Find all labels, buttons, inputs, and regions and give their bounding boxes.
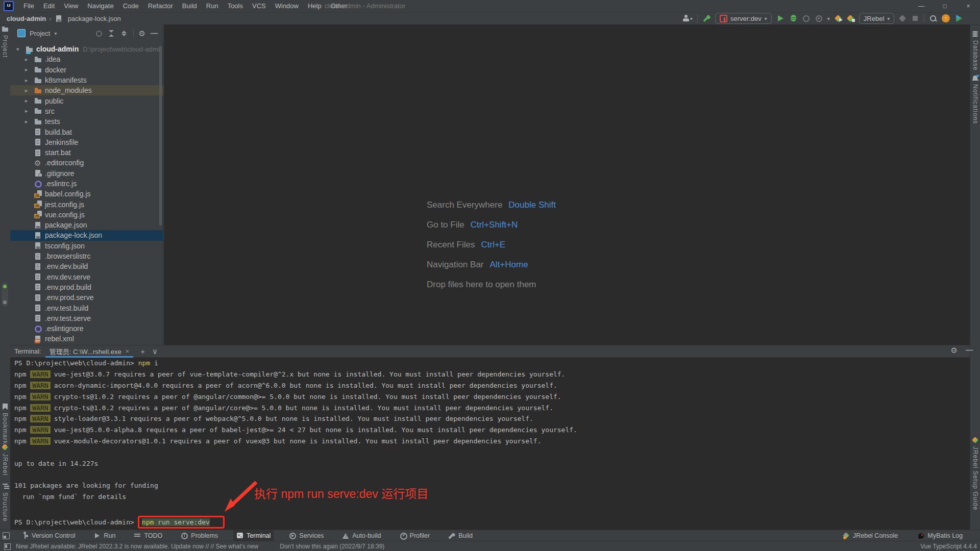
tree-row[interactable]: .env.prod.serve <box>10 292 163 303</box>
tree-chevron-icon[interactable]: ▸ <box>25 77 34 84</box>
tree-row[interactable]: ▸ public <box>10 95 163 106</box>
update-available-icon[interactable]: ↑ <box>942 14 950 22</box>
sidebar-item-notifications[interactable]: Notifications <box>970 74 980 124</box>
menu-item[interactable]: Help <box>303 0 326 12</box>
menu-item[interactable]: Tools <box>223 0 248 12</box>
tree-row[interactable]: build.bat <box>10 127 163 137</box>
tree-row[interactable]: ▸ docker <box>10 65 163 75</box>
tool-window-button[interactable]: MyBatis Log <box>914 530 966 541</box>
ide-features-trainer-icon[interactable] <box>954 14 963 22</box>
sidebar-item-bookmarks[interactable]: Bookmarks <box>0 403 10 448</box>
menu-item[interactable]: View <box>59 0 83 12</box>
coverage-button[interactable] <box>802 14 810 22</box>
expand-all-icon[interactable] <box>108 30 115 37</box>
stop-button[interactable] <box>911 14 919 22</box>
tree-row[interactable]: .env.test.build <box>10 303 163 313</box>
status-message-area[interactable]: New JRebel available: JRebel 2022.3.2 is… <box>4 541 384 551</box>
tree-row[interactable]: .env.dev.build <box>10 261 163 271</box>
tree-chevron-icon[interactable]: ▾ <box>16 46 25 53</box>
tree-row[interactable]: package.json <box>10 220 163 230</box>
tree-row[interactable]: ▸ node_modules <box>10 85 163 95</box>
tree-row[interactable]: .env.prod.build <box>10 282 163 292</box>
tree-chevron-icon[interactable]: ▸ <box>25 97 34 104</box>
tree-row[interactable]: ▾ cloud-admin D:\project\web\cloud-admi <box>10 44 163 54</box>
project-tree-scrollbar[interactable] <box>159 46 162 226</box>
tree-row[interactable]: package-lock.json <box>10 230 163 240</box>
collapse-all-icon[interactable] <box>120 30 128 37</box>
menu-item[interactable]: VCS <box>248 0 271 12</box>
tree-row[interactable]: .gitignore <box>10 168 163 179</box>
menu-item[interactable]: Build <box>178 0 202 12</box>
jrebel-configuration-select[interactable]: JRebel ▾ <box>859 13 895 24</box>
run-configuration-select[interactable]: server:dev ▾ <box>715 13 772 24</box>
menu-item[interactable]: File <box>19 0 39 12</box>
tree-row[interactable]: .eslintignore <box>10 323 163 334</box>
menu-item[interactable]: Edit <box>39 0 59 12</box>
more-run-options-icon[interactable]: ▾ <box>827 16 830 21</box>
project-panel-title[interactable]: Project <box>30 30 50 37</box>
chevron-down-icon[interactable]: ▾ <box>54 31 57 36</box>
tool-window-button[interactable]: Run <box>90 530 118 541</box>
new-terminal-session-icon[interactable]: + <box>140 347 145 356</box>
tool-window-switcher-icon[interactable] <box>3 532 10 539</box>
menu-item[interactable]: Run <box>202 0 223 12</box>
debug-button[interactable] <box>789 14 797 22</box>
tree-chevron-icon[interactable]: ▸ <box>25 118 34 125</box>
jrebel-debug-button[interactable] <box>847 15 854 22</box>
search-everywhere-icon[interactable] <box>929 14 937 22</box>
breadcrumb-project[interactable]: cloud-admin <box>7 15 46 22</box>
sidebar-item-jrebel[interactable]: JRebel <box>0 444 10 475</box>
tool-window-button[interactable]: Problems <box>178 530 221 541</box>
gear-icon[interactable]: ⚙ <box>951 346 958 354</box>
tree-row[interactable]: rebel.xml <box>10 334 163 344</box>
tree-row[interactable]: .env.test.serve <box>10 313 163 323</box>
tree-row[interactable]: ▸ k8smanifests <box>10 75 163 85</box>
terminal-output[interactable]: PS D:\project\web\cloud-admin> npm i npm… <box>14 358 970 530</box>
menu-item[interactable]: Refactor <box>143 0 178 12</box>
jrebel-mini-toolbar[interactable] <box>2 282 8 307</box>
run-button[interactable] <box>776 14 785 22</box>
status-dismiss-link[interactable]: Don't show this again (2022/9/7 18:39) <box>280 543 384 550</box>
tree-row[interactable]: ▸ tests <box>10 116 163 127</box>
tree-row[interactable]: babel.config.js <box>10 189 163 199</box>
tree-chevron-icon[interactable]: ▸ <box>25 87 34 94</box>
tree-row[interactable]: .eslintrc.js <box>10 179 163 189</box>
typescript-status-widget[interactable]: Vue TypeScript 4.4.4 <box>920 541 977 551</box>
user-menu[interactable]: ▾ <box>682 14 693 22</box>
tool-window-button[interactable]: Version Control <box>18 530 78 541</box>
menu-item[interactable]: Navigate <box>83 0 118 12</box>
tool-window-button[interactable]: Auto-build <box>339 530 384 541</box>
breadcrumb-file[interactable]: package-lock.json <box>68 15 121 22</box>
sidebar-item-jrebel-setup-guide[interactable]: JRebel Setup Guide <box>970 437 980 510</box>
tree-row[interactable]: .browserslistrc <box>10 251 163 261</box>
terminal-tab[interactable]: 管理员: C:\W...rshell.exe × <box>45 345 133 358</box>
jrebel-disabled-button[interactable] <box>899 15 906 22</box>
gear-icon[interactable]: ⚙ <box>139 30 145 37</box>
menu-item[interactable]: Code <box>118 0 143 12</box>
tree-row[interactable]: Jenkinsfile <box>10 137 163 147</box>
tree-row[interactable]: ▸ src <box>10 106 163 116</box>
build-project-button[interactable] <box>702 14 710 22</box>
tree-row[interactable]: jest.config.js <box>10 199 163 209</box>
close-button[interactable]: × <box>957 0 980 12</box>
tool-window-button[interactable]: JRebel Console <box>840 530 901 541</box>
tool-window-button[interactable]: Profiler <box>397 530 433 541</box>
status-message[interactable]: New JRebel available: JRebel 2022.3.2 is… <box>16 543 258 550</box>
tree-row[interactable]: .editorconfig <box>10 158 163 168</box>
maximize-button[interactable]: □ <box>933 0 957 12</box>
close-tab-icon[interactable]: × <box>126 347 130 355</box>
tree-chevron-icon[interactable]: ▸ <box>25 108 34 114</box>
tree-chevron-icon[interactable]: ▸ <box>25 66 34 73</box>
menu-item[interactable]: Window <box>271 0 303 12</box>
tool-window-button[interactable]: Terminal <box>233 530 274 541</box>
tree-chevron-icon[interactable]: ▸ <box>25 56 34 63</box>
tree-row[interactable]: ▸ .idea <box>10 54 163 64</box>
sidebar-item-project[interactable]: Project <box>0 26 10 58</box>
sidebar-item-structure[interactable]: Structure <box>0 483 10 522</box>
hide-panel-icon[interactable]: — <box>151 30 158 37</box>
profile-button[interactable] <box>815 14 823 22</box>
hide-panel-icon[interactable]: — <box>966 346 973 354</box>
sidebar-item-database[interactable]: Database <box>970 31 980 70</box>
tool-window-button[interactable]: Services <box>286 530 327 541</box>
tree-row[interactable]: vue.config.js <box>10 210 163 220</box>
